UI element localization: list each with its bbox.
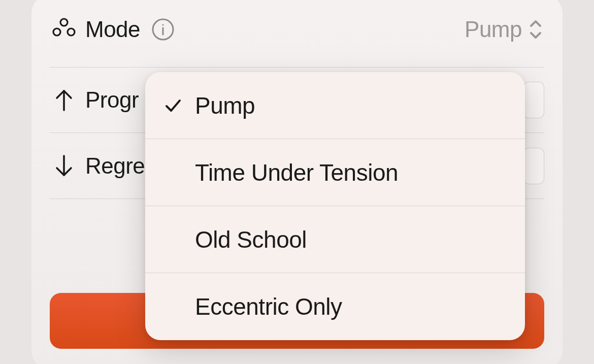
mode-option-time-under-tension[interactable]: Time Under Tension	[145, 139, 525, 206]
option-label: Time Under Tension	[195, 159, 398, 186]
option-label: Pump	[195, 92, 255, 119]
svg-point-2	[68, 28, 75, 36]
mode-icon	[50, 15, 78, 44]
chevron-updown-icon	[527, 18, 544, 41]
mode-label: Mode	[85, 17, 140, 42]
svg-point-1	[53, 28, 60, 36]
progression-label: Progr	[85, 87, 139, 113]
arrow-down-icon	[50, 152, 78, 180]
svg-point-0	[60, 19, 68, 26]
mode-option-pump[interactable]: Pump	[145, 72, 525, 139]
svg-point-4	[162, 24, 163, 25]
regression-stepper[interactable]	[523, 148, 544, 184]
option-label: Eccentric Only	[195, 293, 342, 320]
mode-option-old-school[interactable]: Old School	[145, 206, 525, 273]
regression-label: Regre	[85, 153, 145, 179]
mode-option-eccentric-only[interactable]: Eccentric Only	[145, 273, 525, 340]
option-label: Old School	[195, 226, 307, 253]
info-icon[interactable]	[150, 17, 176, 42]
check-icon	[164, 97, 192, 114]
mode-value: Pump	[465, 17, 522, 42]
mode-popover: Pump Time Under Tension Old School Eccen…	[145, 72, 525, 340]
row-mode[interactable]: Mode Pump	[50, 15, 544, 67]
progression-stepper[interactable]	[523, 82, 544, 118]
arrow-up-icon	[50, 86, 78, 114]
